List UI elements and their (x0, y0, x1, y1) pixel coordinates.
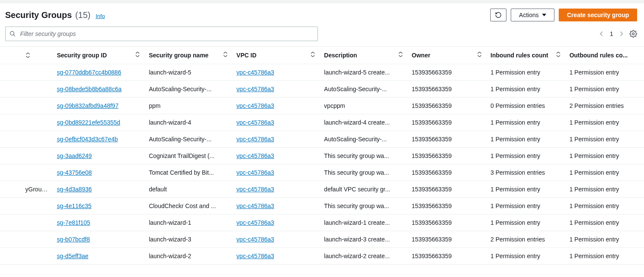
row-name-cell: yGroup1 (21, 181, 53, 198)
row-checkbox-cell[interactable] (0, 164, 21, 181)
row-checkbox-cell[interactable] (0, 114, 21, 131)
outbound-cell: 1 Permission entry (565, 114, 644, 131)
table-row[interactable]: sg-0770ddb67cc4b0886launch-wizard-5vpc-c… (0, 64, 644, 81)
vpc-link[interactable]: vpc-c45786a3 (237, 203, 274, 209)
inbound-cell: 1 Permission entry (486, 148, 565, 164)
vpc-link[interactable]: vpc-c45786a3 (237, 136, 274, 143)
row-name-cell (21, 98, 53, 114)
table-row[interactable]: sg-0bd89221efe55355dlaunch-wizard-4vpc-c… (0, 114, 644, 131)
column-header-name[interactable] (21, 47, 53, 64)
info-link[interactable]: Info (96, 13, 105, 19)
column-header-outbound[interactable]: Outbound rules co... (565, 47, 644, 64)
inbound-cell: 1 Permission entry (486, 81, 565, 98)
prev-page-button[interactable] (599, 31, 604, 37)
vpc-link[interactable]: vpc-c45786a3 (237, 219, 274, 226)
row-checkbox-cell[interactable] (0, 64, 21, 81)
sgid-link[interactable]: sg-4d3a8936 (57, 186, 92, 193)
vpc-link[interactable]: vpc-c45786a3 (237, 69, 274, 76)
sort-icon (25, 53, 48, 58)
table-row[interactable]: yGroup1sg-4d3a8936defaultvpc-c45786a3def… (0, 181, 644, 198)
settings-button[interactable] (629, 30, 637, 38)
vpc-link[interactable]: vpc-c45786a3 (237, 186, 274, 193)
sgname-cell: ppm (144, 98, 232, 114)
row-name-cell (21, 214, 53, 231)
row-name-cell (21, 131, 53, 148)
sort-icon (477, 52, 482, 57)
table-row[interactable]: sg-d5eff3aelaunch-wizard-2vpc-c45786a3la… (0, 248, 644, 265)
vpc-link[interactable]: vpc-c45786a3 (237, 253, 274, 259)
column-header-checkbox[interactable] (0, 47, 21, 64)
sort-icon (135, 52, 140, 57)
sgid-link[interactable]: sg-b07bcdf8 (57, 236, 90, 243)
next-page-button[interactable] (619, 31, 623, 37)
inbound-cell: 1 Permission entry (486, 181, 565, 198)
vpc-link[interactable]: vpc-c45786a3 (237, 86, 274, 92)
vpc-link[interactable]: vpc-c45786a3 (237, 169, 274, 176)
column-header-sgname[interactable]: Security group name (144, 47, 232, 64)
table-row[interactable]: sg-09b832afbd9a48f97ppmvpc-c45786a3vpcpp… (0, 98, 644, 114)
sgid-link[interactable]: sg-3aad6249 (57, 152, 92, 159)
row-checkbox-cell[interactable] (0, 248, 21, 265)
sgname-cell: CloudCheckr Cost and ... (144, 198, 232, 214)
table-row[interactable]: sg-7e81f105launch-wizard-1vpc-c45786a3la… (0, 214, 644, 231)
row-name-cell (21, 148, 53, 164)
desc-cell: launch-wizard-3 create... (320, 231, 407, 248)
table-row[interactable]: sg-0efbcf043d3c67e4bAutoScaling-Security… (0, 131, 644, 148)
row-checkbox-cell[interactable] (0, 198, 21, 214)
row-name-cell (21, 81, 53, 98)
table-row[interactable]: sg-43756e08Tomcat Certified by Bit...vpc… (0, 164, 644, 181)
sgname-cell: launch-wizard-1 (144, 214, 232, 231)
owner-cell: 153935663359 (407, 148, 486, 164)
sgid-link[interactable]: sg-08bede5b8b6a88c6a (57, 86, 122, 92)
inbound-cell: 1 Permission entry (486, 114, 565, 131)
sgid-link[interactable]: sg-0770ddb67cc4b0886 (57, 69, 121, 76)
sgname-cell: Tomcat Certified by Bit... (144, 164, 232, 181)
page-title-count: (15) (75, 10, 91, 20)
sgname-cell: Cognizant TrailDigest (... (144, 148, 232, 164)
page-title: Security Groups (5, 10, 72, 20)
column-header-owner[interactable]: Owner (407, 47, 486, 64)
sgname-cell: launch-wizard-3 (144, 231, 232, 248)
column-header-desc[interactable]: Description (320, 47, 407, 64)
column-header-sgid[interactable]: Security group ID (53, 47, 145, 64)
outbound-cell: 1 Permission entry (565, 81, 644, 98)
create-security-group-button[interactable]: Create security group (559, 9, 637, 21)
sgid-link[interactable]: sg-4e116c35 (57, 203, 92, 209)
row-checkbox-cell[interactable] (0, 214, 21, 231)
owner-cell: 153935663359 (407, 198, 486, 214)
inbound-cell: 1 Permission entry (486, 248, 565, 265)
actions-dropdown-button[interactable]: Actions (511, 9, 554, 21)
sgid-link[interactable]: sg-d5eff3ae (57, 253, 89, 259)
row-checkbox-cell[interactable] (0, 131, 21, 148)
table-row[interactable]: sg-4e116c35CloudCheckr Cost and ...vpc-c… (0, 198, 644, 214)
row-name-cell (21, 248, 53, 265)
vpc-link[interactable]: vpc-c45786a3 (237, 236, 274, 243)
desc-cell: AutoScaling-Security-... (320, 131, 407, 148)
row-checkbox-cell[interactable] (0, 148, 21, 164)
sgid-link[interactable]: sg-43756e08 (57, 169, 92, 176)
table-row[interactable]: sg-08bede5b8b6a88c6aAutoScaling-Security… (0, 81, 644, 98)
sgid-link[interactable]: sg-7e81f105 (57, 219, 90, 226)
filter-input[interactable] (5, 27, 318, 41)
outbound-cell: 1 Permission entry (565, 231, 644, 248)
vpc-link[interactable]: vpc-c45786a3 (237, 102, 274, 109)
desc-cell: launch-wizard-5 create... (320, 64, 407, 81)
owner-cell: 153935663359 (407, 81, 486, 98)
row-checkbox-cell[interactable] (0, 81, 21, 98)
row-checkbox-cell[interactable] (0, 98, 21, 114)
row-checkbox-cell[interactable] (0, 231, 21, 248)
owner-cell: 153935663359 (407, 248, 486, 265)
sgid-link[interactable]: sg-0bd89221efe55355d (57, 119, 120, 126)
column-header-vpc[interactable]: VPC ID (232, 47, 320, 64)
sgid-link[interactable]: sg-09b832afbd9a48f97 (57, 102, 119, 109)
vpc-link[interactable]: vpc-c45786a3 (237, 119, 274, 126)
svg-point-2 (632, 33, 635, 35)
table-row[interactable]: sg-3aad6249Cognizant TrailDigest (...vpc… (0, 148, 644, 164)
row-checkbox-cell[interactable] (0, 181, 21, 198)
sgid-link[interactable]: sg-0efbcf043d3c67e4b (57, 136, 118, 143)
outbound-cell: 1 Permission entry (565, 148, 644, 164)
refresh-button[interactable] (490, 9, 506, 21)
vpc-link[interactable]: vpc-c45786a3 (237, 152, 274, 159)
column-header-inbound[interactable]: Inbound rules count (486, 47, 565, 64)
table-row[interactable]: sg-b07bcdf8launch-wizard-3vpc-c45786a3la… (0, 231, 644, 248)
